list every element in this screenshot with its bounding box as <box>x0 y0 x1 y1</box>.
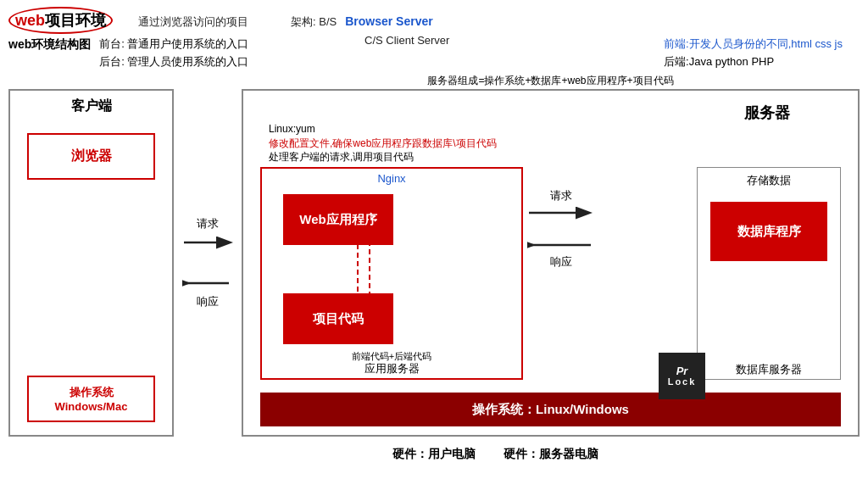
lock-icon-area: Pr Lock <box>659 353 705 399</box>
request-label: 请求 <box>197 216 219 231</box>
client-box: 客户端 浏览器 操作系统 Windows/Mac <box>8 89 174 437</box>
lock-pr-text: Pr <box>676 365 688 376</box>
arch-label: 架构: B/S <box>291 14 337 30</box>
request-right-label: 请求 <box>550 188 572 203</box>
web-title-box: web项目环境 <box>8 7 113 34</box>
config-note: 修改配置文件,确保web应用程序跟数据库\项目代码 <box>269 136 497 151</box>
db-store-label: 存储数据 <box>698 168 840 193</box>
arch-bs: Browser Server <box>345 14 433 28</box>
server-area: 服务器 Linux:yum 修改配置文件,确保web应用程序跟数据库\项目代码 … <box>242 89 860 437</box>
arrow-area: 请求 响应 <box>174 89 242 437</box>
second-row: web环境结构图 前台: 普通用户使用系统的入口 后台: 管理人员使用系统的入口… <box>8 36 860 71</box>
lock-box: Pr Lock <box>659 353 705 399</box>
response-arrow-icon <box>182 276 233 291</box>
app-server-label: 应用服务器 <box>262 361 521 376</box>
process-note: 处理客户端的请求,调用项目代码 <box>269 150 414 164</box>
struct-label: web环境结构图 <box>8 37 91 53</box>
client-title: 客户端 <box>10 91 172 119</box>
db-server-box: 存储数据 数据库程序 数据库服务器 <box>697 167 841 380</box>
lock-word-text: Lock <box>668 376 697 387</box>
os-box-client: 操作系统 Windows/Mac <box>27 376 155 422</box>
db-server-label: 数据库服务器 <box>698 362 840 377</box>
request-arrow-icon <box>182 235 233 250</box>
os-bar: 操作系统：Linux/Windows <box>260 393 841 426</box>
server-top-note: 服务器组成=操作系统+数据库+web应用程序+项目代码 <box>242 74 860 88</box>
header-desc: 通过浏览器访问的项目 <box>138 14 248 30</box>
web-text: web <box>15 12 45 29</box>
response-right-arrow-icon <box>527 237 595 253</box>
diagram-area: 服务器组成=操作系统+数据库+web应用程序+项目代码 客户端 浏览器 操作系统… <box>8 89 860 471</box>
horiz-arrow-area: 请求 <box>523 188 599 270</box>
response-label: 响应 <box>197 294 219 309</box>
linux-note: Linux:yum <box>269 123 315 135</box>
nginx-label: Nginx <box>262 169 521 188</box>
project-code-box: 项目代码 <box>283 293 393 344</box>
browser-box: 浏览器 <box>27 133 155 180</box>
db-program-box: 数据库程序 <box>710 202 827 261</box>
struct-desc-right: 前端:开发人员身份的不同,html css js 后端:Java python … <box>664 36 843 71</box>
struct-desc-left: 前台: 普通用户使用系统的入口 后台: 管理人员使用系统的入口 <box>99 36 248 71</box>
request-right-arrow-icon <box>527 205 595 220</box>
app-server-box: Nginx Web应用程序 项目代码 <box>260 167 523 380</box>
hardware-label-right: 硬件：服务器电脑 <box>242 447 860 462</box>
response-right-label: 响应 <box>550 254 572 270</box>
server-title: 服务器 <box>744 99 790 126</box>
